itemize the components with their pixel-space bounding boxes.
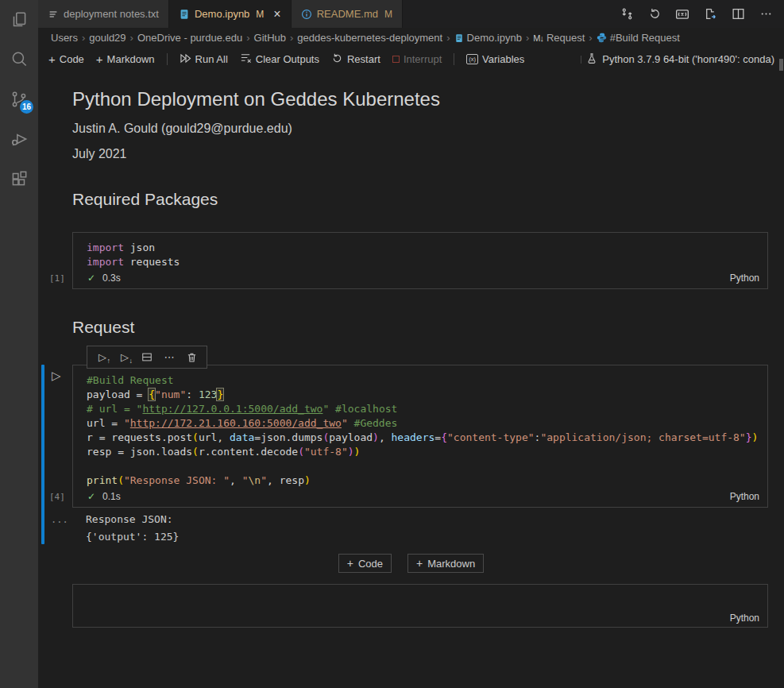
run-cell-icon[interactable]: ▷ <box>52 369 61 381</box>
breadcrumb-item[interactable]: geddes-kubernetes-deployment <box>297 32 442 44</box>
restart-kernel-icon[interactable] <box>647 7 662 21</box>
python-icon <box>597 33 607 43</box>
success-check-icon: ✓ <box>87 491 95 502</box>
cell-language[interactable]: Python <box>730 272 759 284</box>
code-cell-empty: Python <box>38 584 768 628</box>
tab-label: README.md <box>317 8 378 20</box>
kernel-picker[interactable]: Python 3.7.9 64-bit ('honr490': conda) <box>581 52 784 67</box>
split-cell-icon[interactable] <box>138 349 156 366</box>
cell-toolbar: ▷↑ ▷↓ ⋯ <box>87 346 207 369</box>
plus-icon: + <box>96 52 103 66</box>
run-all-button[interactable]: Run All <box>180 53 228 66</box>
output-collapse-indicator[interactable]: ... <box>51 514 68 525</box>
variables-panel-icon[interactable] <box>675 7 689 21</box>
active-cell-wrapper: ▷↑ ▷↓ ⋯ ▷ [4] #Build Requestpayload = {"… <box>38 365 784 544</box>
breadcrumb-item-code-cell[interactable]: #Build Request <box>597 32 680 44</box>
breadcrumb: Users› gould29› OneDrive - purdue.edu› G… <box>38 28 784 48</box>
extensions-icon[interactable] <box>0 159 38 199</box>
plus-icon: + <box>416 557 423 570</box>
breadcrumb-item[interactable]: OneDrive - purdue.edu <box>137 32 242 44</box>
notebook-icon <box>454 33 464 43</box>
cell-status-bar: ✓ 0.1s Python <box>73 488 767 507</box>
add-markdown-cell-button[interactable]: +Markdown <box>96 52 155 66</box>
execution-time: 0.1s <box>102 491 121 502</box>
insert-code-cell-button[interactable]: +Code <box>338 554 392 573</box>
output-content: Response JSON: {'output': 125} <box>72 512 768 544</box>
search-icon[interactable] <box>0 40 38 79</box>
tab-label: deployment notes.txt <box>64 8 159 20</box>
scrollbar-thumb[interactable] <box>779 59 783 71</box>
notebook-editor: Python Deployment on Geddes Kubernetes J… <box>38 71 784 688</box>
plus-icon: + <box>347 557 353 570</box>
info-icon <box>301 9 312 20</box>
markdown-cell-header[interactable]: Python Deployment on Geddes Kubernetes J… <box>72 88 768 161</box>
more-actions-icon[interactable] <box>759 7 773 21</box>
notebook-author: Justin A. Gould (gould29@purdue.edu) <box>72 122 768 136</box>
output-gutter: ... <box>38 512 72 544</box>
markdown-icon: M↓ <box>533 33 543 43</box>
breadcrumb-item[interactable]: GitHub <box>254 32 286 44</box>
output-line: {'output': 125} <box>86 530 768 544</box>
breadcrumb-item[interactable]: gould29 <box>89 32 126 44</box>
notebook-date: July 2021 <box>72 147 768 161</box>
add-code-cell-button[interactable]: +Code <box>48 52 84 66</box>
cell-code-editor[interactable]: #Build Requestpayload = {"num": 123}# ur… <box>73 365 767 488</box>
tab-readme[interactable]: README.md M <box>292 0 403 28</box>
variables-icon: (x) <box>466 54 478 64</box>
notebook-toolbar: +Code +Markdown Run All Clear Outputs Re… <box>38 48 784 71</box>
run-cells-icon[interactable] <box>620 7 634 21</box>
interrupt-button[interactable]: Interrupt <box>392 53 442 65</box>
run-below-icon[interactable]: ▷↓ <box>116 349 133 366</box>
cell-container: import jsonimport requests ✓ 0.3s Python <box>72 232 768 289</box>
cell-code-editor[interactable]: import jsonimport requests <box>73 233 767 269</box>
run-debug-icon[interactable] <box>0 119 38 159</box>
modified-badge: M <box>384 9 392 20</box>
breadcrumb-item-notebook[interactable]: Demo.ipynb <box>454 32 522 44</box>
execution-time: 0.3s <box>102 272 121 284</box>
success-check-icon: ✓ <box>87 272 95 284</box>
breadcrumb-item-markdown-cell[interactable]: M↓ Request <box>533 32 585 44</box>
more-cell-actions-icon[interactable]: ⋯ <box>160 349 178 366</box>
cell-container: #Build Requestpayload = {"num": 123}# ur… <box>72 365 768 508</box>
cell-language[interactable]: Python <box>730 613 759 624</box>
split-editor-icon[interactable] <box>731 7 745 21</box>
output-line: Response JSON: <box>86 512 768 527</box>
activity-bar: 16 <box>0 0 38 688</box>
section-heading-request[interactable]: Request <box>72 318 768 337</box>
tab-deployment-notes[interactable]: deployment notes.txt <box>38 0 169 28</box>
delete-cell-icon[interactable] <box>183 349 200 366</box>
notebook-title: Python Deployment on Geddes Kubernetes <box>72 88 768 110</box>
vscode-window: 16 deployment notes.txt Demo.ipynb M × R… <box>0 0 784 688</box>
tab-label: Demo.ipynb <box>195 8 249 20</box>
execution-count: [1] <box>49 273 65 284</box>
cell-output: ... Response JSON: {'output': 125} <box>38 512 768 544</box>
close-icon[interactable]: × <box>273 8 280 21</box>
interrupt-icon <box>392 56 400 63</box>
execution-count: [4] <box>49 492 65 502</box>
insert-markdown-cell-button[interactable]: +Markdown <box>407 554 484 573</box>
breadcrumb-item[interactable]: Users <box>51 32 78 44</box>
run-all-icon <box>180 53 191 66</box>
source-control-badge: 16 <box>20 100 33 114</box>
explorer-icon[interactable] <box>0 0 38 40</box>
modified-badge: M <box>256 9 264 20</box>
clear-outputs-button[interactable]: Clear Outputs <box>240 52 319 66</box>
code-cell-request: ▷ [4] #Build Requestpayload = {"num": 12… <box>38 365 768 508</box>
list-icon <box>48 9 59 20</box>
tab-demo-ipynb[interactable]: Demo.ipynb M × <box>169 0 292 28</box>
restart-button[interactable]: Restart <box>331 52 380 67</box>
notebook-icon <box>179 9 190 20</box>
cell-gutter <box>38 584 72 628</box>
editor-actions <box>620 0 784 28</box>
cell-language[interactable]: Python <box>730 491 759 502</box>
variables-button[interactable]: (x) Variables <box>466 53 524 65</box>
cell-container[interactable]: Python <box>72 584 768 628</box>
export-icon[interactable] <box>703 7 717 21</box>
run-above-icon[interactable]: ▷↑ <box>94 349 111 366</box>
tab-bar: deployment notes.txt Demo.ipynb M × READ… <box>38 0 784 28</box>
source-control-icon[interactable]: 16 <box>0 79 38 119</box>
insert-cell-row: +Code +Markdown <box>38 554 784 573</box>
clear-outputs-icon <box>240 52 252 66</box>
section-heading-required-packages[interactable]: Required Packages <box>72 190 768 209</box>
restart-icon <box>331 52 343 67</box>
